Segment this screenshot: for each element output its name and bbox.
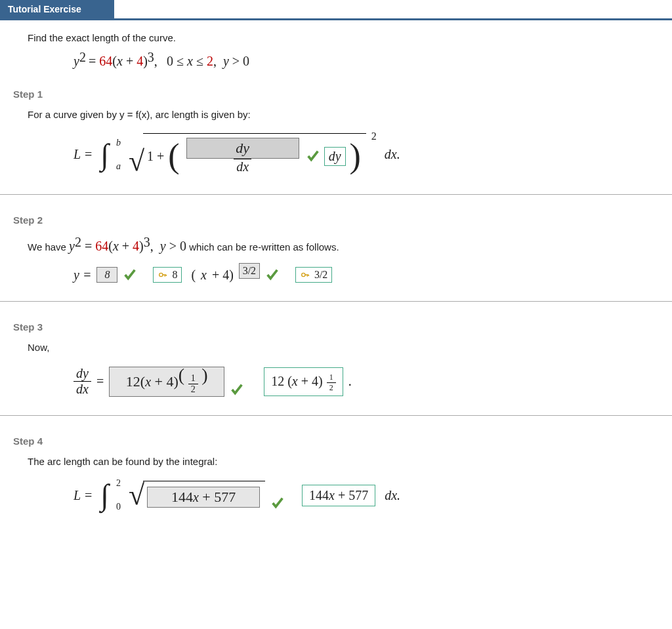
tutorial-banner-row: Tutorial Exercise (0, 0, 672, 20)
check-icon (230, 382, 244, 397)
exercise-prompt: Find the exact length of the curve. (28, 32, 644, 43)
step4-dx: dx. (385, 488, 400, 503)
step4-text: The arc length can be found by the integ… (28, 456, 644, 467)
dy-dx: dy dx (74, 366, 91, 397)
step4-label: Step 4 (13, 436, 672, 447)
step2-input-exp[interactable]: 3/2 (239, 263, 260, 279)
step3-input[interactable]: 12(x + 4) ( 1 2 ) (109, 367, 224, 397)
integral-symbol: ∫ 2 0 (98, 480, 112, 510)
step1-text: For a curve given by y = f(x), arc lengt… (28, 109, 644, 120)
step1-key-answer: dy (324, 147, 346, 166)
sqrt-group: √ 144x + 577 (129, 481, 265, 510)
svg-point-0 (159, 273, 163, 276)
int-upper: b (116, 138, 121, 148)
tutorial-banner: Tutorial Exercise (0, 0, 114, 18)
frac-den: dx (234, 159, 251, 174)
step4-formula: L = ∫ 2 0 √ 144x + 577 144x + 577 dx. (74, 480, 644, 510)
int-lower: 0 (116, 502, 121, 512)
int-lower: a (116, 162, 121, 171)
outer-square: 2 (371, 131, 377, 142)
divider (0, 415, 672, 416)
step1-dx: dx. (385, 147, 400, 162)
step1-input-numerator[interactable]: dy (186, 138, 299, 159)
step1-formula: L = ∫ b a √ 1 + ( dy dx dy (74, 133, 644, 176)
step2-label: Step 2 (13, 214, 672, 226)
eq-coeff: 64 (99, 54, 112, 68)
exercise-equation: y2 = 64(x + 4)3, 0 ≤ x ≤ 2, y > 0 (74, 50, 644, 69)
step1-L: L = (74, 147, 93, 162)
check-icon (306, 149, 320, 163)
divider (0, 301, 672, 302)
step1-label: Step 1 (13, 89, 672, 100)
step2-key-exp: 3/2 (295, 267, 332, 283)
step2-key-coeff: 8 (153, 267, 182, 283)
check-icon (270, 496, 285, 510)
eq-const: 4 (136, 54, 143, 68)
key-icon (300, 270, 310, 280)
period: . (348, 374, 352, 389)
svg-point-1 (302, 273, 305, 276)
step4-L: L = (74, 488, 93, 503)
one-plus: 1 + (147, 149, 164, 164)
step3-equation: dy dx = 12(x + 4) ( 1 2 ) 12 (x + 4) 1 (74, 366, 644, 397)
check-icon (265, 268, 280, 282)
step3-label: Step 3 (13, 321, 672, 333)
step4-key: 144x + 577 (302, 485, 375, 506)
step4-input[interactable]: 144x + 577 (147, 487, 260, 508)
dy-dx-fraction: dy dx (184, 138, 302, 174)
divider (0, 194, 672, 195)
step3-text: Now, (28, 342, 644, 353)
step3-key: 12 (x + 4) 1 2 (264, 367, 343, 396)
step2-equation: y = 8 8 (x + 4) 3/2 3/2 (74, 267, 644, 283)
y-equals: y = (74, 268, 91, 283)
eq-y: y (74, 54, 79, 68)
sqrt-group: √ 1 + ( dy dx dy ) (129, 133, 366, 176)
step2-text: We have y2 = 64(x + 4)3, y > 0 which can… (28, 235, 644, 254)
step2-input-coeff[interactable]: 8 (96, 267, 117, 283)
integral-symbol: ∫ b a (98, 140, 112, 170)
check-icon (123, 268, 137, 282)
int-upper: 2 (116, 479, 121, 488)
key-icon (158, 270, 168, 280)
